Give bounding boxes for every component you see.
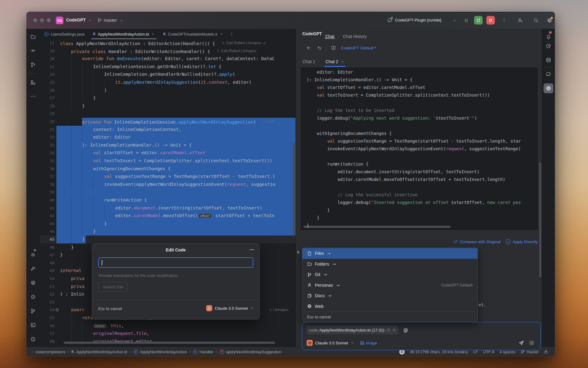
sidebar-tool-services-icon[interactable] xyxy=(31,280,36,286)
sidebar-tool-problems-icon[interactable] xyxy=(31,337,36,342)
breadcrumb-item[interactable]: KApplyNextWordInlayAction.kt xyxy=(72,350,127,354)
line-number: 26 xyxy=(40,86,55,94)
compare-with-original-button[interactable]: Compare with Original xyxy=(453,240,501,244)
editor-horizontal-scrollbar[interactable] xyxy=(64,342,275,344)
breadcrumb-item[interactable]: CApplyNextWordInlayAction xyxy=(134,350,187,354)
menu-item-value: CodeGPT Default xyxy=(441,283,473,287)
sidebar-tool-folder-icon[interactable] xyxy=(31,34,36,40)
panel-tab-Chat[interactable]: Chat xyxy=(325,31,334,42)
menu-item-Git[interactable]: Git→ xyxy=(302,269,477,280)
zoom-window-button[interactable] xyxy=(47,18,51,22)
submit-edit-button[interactable]: Submit Edit xyxy=(98,282,128,292)
editor-tab-LlamaSettings.java[interactable]: CLlamaSettings.java xyxy=(40,29,89,39)
dialog-minimize-button[interactable] xyxy=(250,249,254,250)
line-number: 36 xyxy=(40,165,55,173)
dialog-model-selector[interactable]: Claude 3.5 Sonnet xyxy=(206,305,254,311)
menu-item-Files[interactable]: Files→ xyxy=(302,248,477,259)
undo-button[interactable] xyxy=(317,45,322,50)
close-window-button[interactable] xyxy=(33,18,37,22)
chat-code-line: invokeEvent(ApplyNextWordInlaySuggestion… xyxy=(307,145,538,153)
editor-vertical-scrollbar[interactable] xyxy=(293,143,295,235)
split-view-button[interactable] xyxy=(331,45,336,50)
code-text: } xyxy=(60,94,96,102)
breadcrumb-item[interactable]: codecompletions xyxy=(36,350,66,354)
chip-close-icon[interactable] xyxy=(392,328,396,332)
popup-footer: Esc to cancel xyxy=(302,312,477,322)
chevron-down-icon[interactable] xyxy=(220,32,223,36)
breadcrumb-chevron: › xyxy=(189,350,190,354)
code-author-label[interactable]: Linnupuu xyxy=(269,306,288,314)
editor-tab-CodeGPTAvailableModels.k[interactable]: KCodeGPTAvailableModels.k xyxy=(159,29,228,39)
search-button[interactable] xyxy=(533,18,539,23)
minimize-window-button[interactable] xyxy=(40,18,44,22)
breadcrumb-item[interactable]: fapplyNextWordInlaySuggestion xyxy=(220,350,281,354)
model-selector[interactable]: Claude 3.5 Sonnet xyxy=(315,341,348,345)
more-actions-button[interactable] xyxy=(502,18,507,23)
stop-generation-button[interactable] xyxy=(530,341,534,345)
menu-item-Docs[interactable]: Docs→ xyxy=(302,290,477,301)
panel-vertical-scrollbar[interactable] xyxy=(539,163,541,278)
tab-close-icon[interactable] xyxy=(151,33,155,36)
sidebar-tool-structure-icon[interactable] xyxy=(31,80,36,85)
sidebar-tool-gradle-icon[interactable] xyxy=(546,71,551,77)
tab-list-button[interactable] xyxy=(228,29,236,39)
line-number: 57 xyxy=(40,330,55,338)
attach-image-button[interactable]: Image xyxy=(366,341,377,345)
sidebar-tool-bell-icon[interactable] xyxy=(546,34,551,40)
code-with-me-button[interactable] xyxy=(518,18,523,23)
panel-tab-Chat History[interactable]: Chat History xyxy=(343,31,367,42)
sidebar-tool-hammer-icon[interactable] xyxy=(31,266,36,271)
code-line: 36withIgnoringDocumentChanges { xyxy=(40,165,296,173)
code-reference-chip[interactable]: code: ApplyNextWordInlayAction.kt (17:32… xyxy=(307,326,398,334)
chat-input[interactable]: code: ApplyNextWordInlayAction.kt (17:32… xyxy=(302,322,541,350)
code-text: it.applyNextWordInlaySuggestion(it.conte… xyxy=(60,79,251,86)
status-widget[interactable] xyxy=(544,350,548,354)
line-number: 52 xyxy=(40,290,55,298)
chat-code-line: logger.debug("Applying next word suggest… xyxy=(307,114,538,122)
chip-info-icon[interactable] xyxy=(386,328,390,332)
sidebar-tool-database-icon[interactable] xyxy=(546,57,551,63)
settings-button[interactable] xyxy=(547,18,552,23)
code-author-label[interactable]: Carl-Robert Linnupuu xyxy=(217,47,256,55)
checkbox-icon xyxy=(506,240,511,244)
sidebar-tool-git-branch-icon[interactable] xyxy=(31,309,36,314)
left-activity-bar xyxy=(26,29,40,347)
menu-item-Web[interactable]: Web xyxy=(302,301,477,312)
branch-selector[interactable]: master xyxy=(104,18,117,23)
code-author-label[interactable]: Carl-Robert Linnupuu xyxy=(222,39,266,47)
sidebar-tool-codegpt-logo-icon[interactable] xyxy=(546,86,551,91)
menu-item-label: Personas xyxy=(315,283,333,288)
sidebar-tool-run-icon[interactable] xyxy=(31,294,36,300)
rerun-button[interactable] xyxy=(474,16,483,25)
send-button[interactable] xyxy=(518,340,524,346)
class-icon: C xyxy=(44,32,49,36)
sidebar-tool-ai-assistant-icon[interactable] xyxy=(546,43,551,49)
pause-button[interactable] xyxy=(464,18,469,23)
sidebar-tool-pull-request-icon[interactable] xyxy=(31,62,36,67)
new-chat-button[interactable] xyxy=(306,45,311,50)
override-gutter-icon[interactable] xyxy=(55,308,59,312)
line-number: 39 xyxy=(40,188,55,196)
chat-tab-Chat 1[interactable]: Chat 1 xyxy=(303,56,315,67)
stop-button[interactable] xyxy=(486,16,495,25)
apply-directly-checkbox[interactable]: Apply Directly xyxy=(506,240,538,244)
line-number: 58 xyxy=(40,338,55,346)
sidebar-tool-more-horizontal-icon[interactable] xyxy=(31,94,36,99)
kotlin-file-icon: K xyxy=(163,32,166,36)
breadcrumb-item[interactable]: CHandler xyxy=(193,350,213,354)
editor-tab-ApplyNextWordInlayAction.kt[interactable]: KApplyNextWordInlayAction.kt xyxy=(89,29,159,39)
sidebar-tool-debug-icon[interactable] xyxy=(31,252,36,257)
obscured-text-fragment: k xyxy=(297,250,300,255)
breadcrumbs: ›codecompletions›KApplyNextWordInlayActi… xyxy=(32,347,281,356)
menu-item-Personas[interactable]: Personas→CodeGPT Default xyxy=(302,280,477,291)
sidebar-tool-terminal-icon[interactable] xyxy=(31,323,36,328)
menu-item-Folders[interactable]: Folders→ xyxy=(302,259,477,270)
code-author-label[interactable]: Carl- xyxy=(262,118,275,126)
profile-link[interactable]: CodeGPT Default xyxy=(341,46,373,50)
run-configuration[interactable]: CodeGPT-Plugin [runIde] xyxy=(395,18,441,22)
edit-instruction-input[interactable] xyxy=(98,257,253,268)
chat-tab-Chat 2[interactable]: Chat 2 xyxy=(326,56,344,67)
code-text: } xyxy=(60,251,63,259)
sidebar-tool-commit-icon[interactable] xyxy=(31,48,36,53)
project-selector[interactable]: CodeGPT xyxy=(66,17,86,22)
